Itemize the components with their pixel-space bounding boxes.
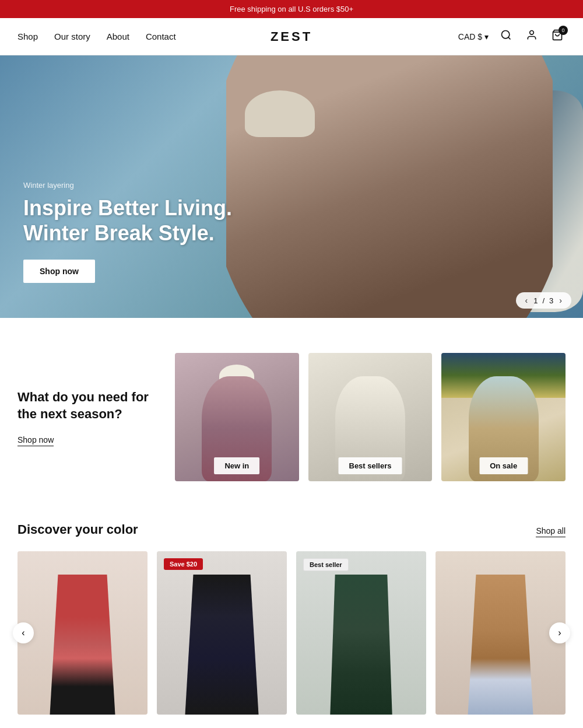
category-card-new-in[interactable]: New in xyxy=(175,353,299,481)
hero-pagination: ‹ 1 / 3 › xyxy=(516,292,571,309)
category-card-on-sale[interactable]: On sale xyxy=(441,353,566,481)
card-label-0: New in xyxy=(214,457,259,474)
product-card-3[interactable] xyxy=(436,551,566,715)
product-badge-1: Save $20 xyxy=(164,558,203,570)
product-card-2[interactable]: Best seller xyxy=(296,551,426,715)
hero-section: Winter layering Inspire Better Living. W… xyxy=(0,55,583,318)
svg-line-1 xyxy=(508,37,511,40)
user-icon xyxy=(526,29,538,44)
shop-all-link[interactable]: Shop all xyxy=(536,526,566,537)
category-section: What do you need for the next season? Sh… xyxy=(0,318,583,510)
cart-button[interactable]: 0 xyxy=(549,27,566,46)
pagination-total: 3 xyxy=(549,296,553,305)
account-button[interactable] xyxy=(524,27,540,46)
svg-point-0 xyxy=(502,31,510,38)
carousel-prev-button[interactable]: ‹ xyxy=(13,622,34,643)
product-card-0[interactable] xyxy=(17,551,147,715)
discover-section: Discover your color Shop all ‹ Save $20 … xyxy=(0,510,583,715)
announcement-bar: Free shipping on all U.S orders $50+ xyxy=(0,0,583,18)
category-text: What do you need for the next season? Sh… xyxy=(17,389,175,444)
nav-our-story[interactable]: Our story xyxy=(54,32,90,41)
hero-eyebrow: Winter layering xyxy=(23,181,232,190)
product-card-1[interactable]: Save $20 xyxy=(157,551,287,715)
hero-title: Inspire Better Living. Winter Break Styl… xyxy=(23,195,232,246)
product-figure-3 xyxy=(460,575,542,715)
main-nav: Shop Our story About Contact xyxy=(17,32,176,41)
hero-content: Winter layering Inspire Better Living. W… xyxy=(23,181,232,283)
cart-count: 0 xyxy=(559,26,568,35)
svg-point-2 xyxy=(530,31,534,35)
chevron-down-icon: ▾ xyxy=(484,32,489,41)
hero-hat-decoration xyxy=(245,90,315,137)
header: Shop Our story About Contact ZEST CAD $ … xyxy=(0,18,583,55)
category-shop-now-link[interactable]: Shop now xyxy=(17,435,54,446)
search-button[interactable] xyxy=(498,27,514,46)
discover-heading: Discover your color xyxy=(17,522,138,537)
product-figure-2 xyxy=(321,575,402,715)
nav-shop[interactable]: Shop xyxy=(17,32,38,41)
card-label-1: Best sellers xyxy=(339,457,402,474)
chevron-left-icon: ‹ xyxy=(22,628,24,638)
pagination-current: 1 xyxy=(533,296,538,305)
hero-next-button[interactable]: › xyxy=(558,296,563,305)
hero-cta-button[interactable]: Shop now xyxy=(23,260,95,283)
product-image-3 xyxy=(436,551,566,715)
product-grid: ‹ Save $20 Best seller xyxy=(17,551,566,715)
product-figure-1 xyxy=(181,575,263,715)
category-cards: New in Best sellers On sale xyxy=(175,353,566,481)
product-image-0 xyxy=(17,551,147,715)
nav-about[interactable]: About xyxy=(107,32,129,41)
currency-selector[interactable]: CAD $ ▾ xyxy=(458,32,489,41)
hero-prev-button[interactable]: ‹ xyxy=(524,296,529,305)
card-label-2: On sale xyxy=(479,457,528,474)
discover-header: Discover your color Shop all xyxy=(17,522,566,537)
category-heading: What do you need for the next season? xyxy=(17,389,163,422)
pagination-separator: / xyxy=(542,296,545,305)
product-image-1 xyxy=(157,551,287,715)
site-logo[interactable]: ZEST xyxy=(271,29,312,44)
category-card-best-sellers[interactable]: Best sellers xyxy=(308,353,433,481)
chevron-right-icon: › xyxy=(558,628,561,638)
carousel-next-button[interactable]: › xyxy=(549,622,570,643)
currency-label: CAD $ xyxy=(458,32,482,41)
announcement-text: Free shipping on all U.S orders $50+ xyxy=(230,5,353,13)
product-badge-2: Best seller xyxy=(303,558,349,571)
search-icon xyxy=(500,29,512,44)
header-right: CAD $ ▾ xyxy=(458,27,566,46)
product-image-2 xyxy=(296,551,426,715)
nav-contact[interactable]: Contact xyxy=(146,32,176,41)
product-figure-0 xyxy=(42,575,124,715)
